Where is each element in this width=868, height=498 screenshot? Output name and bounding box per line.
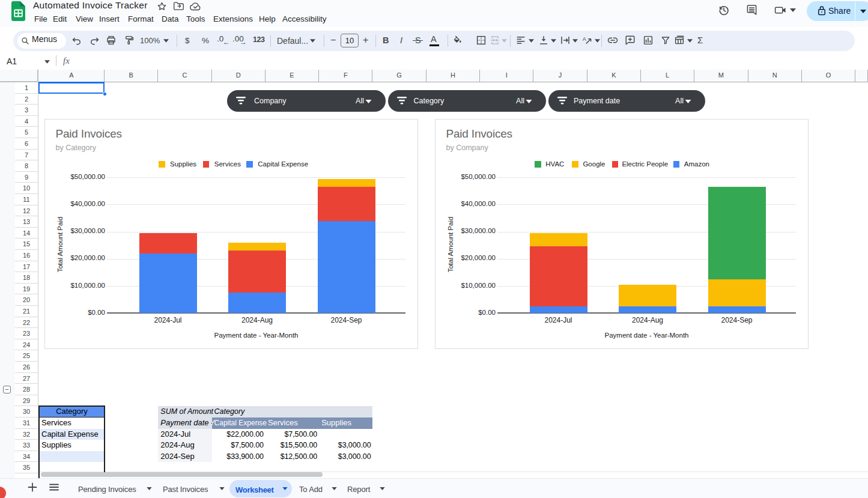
svg-text:A: A: [583, 36, 586, 42]
